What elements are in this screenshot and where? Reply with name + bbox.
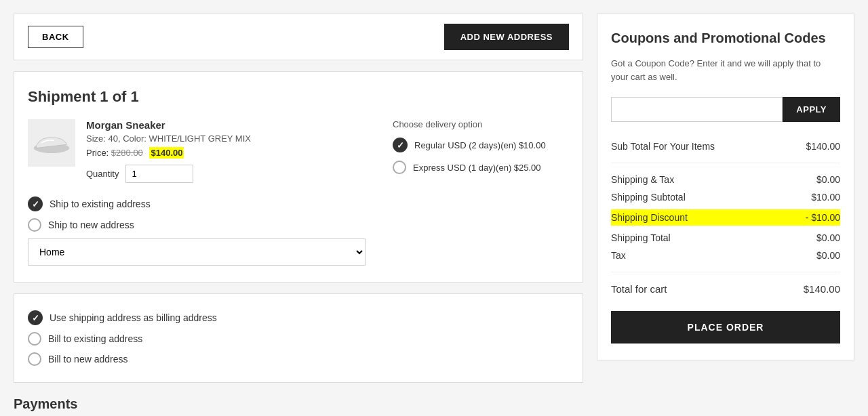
right-column: Coupons and Promotional Codes Got a Coup… (597, 14, 854, 412)
shipment-inner: Morgan Sneaker Size: 40, Color: WHITE/LI… (28, 119, 569, 266)
shipping-tax-value: $0.00 (816, 174, 840, 185)
shipping-discount-value: - $10.00 (806, 212, 840, 223)
product-meta: Size: 40, Color: WHITE/LIGHT GREY MIX (86, 133, 366, 144)
billing-options: Use shipping address as billing address … (28, 310, 569, 366)
product-image (28, 119, 75, 167)
shipping-subtotal-label: Shipping Subtotal (611, 192, 686, 203)
divider-1 (611, 163, 840, 163)
quantity-input[interactable] (125, 165, 193, 183)
billing-existing[interactable]: Bill to existing address (28, 332, 569, 346)
shipping-subtotal-value: $10.00 (811, 192, 840, 203)
delivery-express-radio[interactable] (393, 161, 406, 174)
shipping-address-options: Ship to existing address Ship to new add… (28, 196, 366, 232)
billing-new[interactable]: Bill to new address (28, 352, 569, 366)
product-row: Morgan Sneaker Size: 40, Color: WHITE/LI… (28, 119, 366, 183)
shipment-left: Morgan Sneaker Size: 40, Color: WHITE/LI… (28, 119, 366, 266)
coupon-input[interactable] (611, 97, 783, 122)
subtotal-value: $140.00 (806, 141, 840, 152)
billing-existing-radio[interactable] (28, 332, 41, 346)
quantity-label: Quantity (86, 169, 119, 179)
delivery-express-label: Express USD (1 day)(en) $25.00 (413, 163, 541, 173)
delivery-regular-radio[interactable] (393, 138, 408, 152)
price-original: $280.00 (111, 148, 143, 158)
subtotal-label: Sub Total For Your Items (611, 141, 715, 152)
price-label: Price: (86, 148, 108, 158)
summary-section: Sub Total For Your Items $140.00 Shippin… (611, 141, 840, 295)
billing-use-shipping-label: Use shipping address as billing address (50, 312, 217, 323)
ship-existing-option[interactable]: Ship to existing address (28, 196, 366, 211)
product-info: Morgan Sneaker Size: 40, Color: WHITE/LI… (86, 119, 366, 183)
shipping-discount-row: Shipping Discount - $10.00 (611, 209, 840, 226)
ship-existing-radio[interactable] (28, 196, 43, 211)
shipment-card: Shipment 1 of 1 Morgan (14, 71, 583, 283)
tax-label: Tax (611, 250, 626, 261)
billing-new-label: Bill to new address (48, 354, 128, 365)
delivery-title: Choose delivery option (393, 119, 569, 129)
back-button[interactable]: BACK (28, 26, 83, 48)
add-address-button[interactable]: ADD NEW ADDRESS (444, 24, 569, 50)
shipping-tax-row: Shipping & Tax $0.00 (611, 174, 840, 185)
ship-new-radio[interactable] (28, 218, 41, 232)
coupon-panel: Coupons and Promotional Codes Got a Coup… (597, 14, 854, 360)
delivery-section: Choose delivery option Regular USD (2 da… (393, 119, 569, 266)
place-order-button[interactable]: PLACE ORDER (611, 311, 840, 344)
coupon-input-row: APPLY (611, 97, 840, 122)
top-bar: BACK ADD NEW ADDRESS (14, 14, 583, 60)
product-name: Morgan Sneaker (86, 119, 366, 131)
billing-card: Use shipping address as billing address … (14, 293, 583, 383)
ship-new-option[interactable]: Ship to new address (28, 218, 366, 232)
total-label: Total for cart (611, 283, 667, 295)
ship-existing-label: Ship to existing address (50, 199, 151, 209)
total-value: $140.00 (804, 283, 840, 295)
billing-new-radio[interactable] (28, 352, 41, 366)
delivery-regular[interactable]: Regular USD (2 days)(en) $10.00 (393, 138, 569, 152)
tax-value: $0.00 (816, 250, 840, 261)
delivery-regular-label: Regular USD (2 days)(en) $10.00 (414, 140, 546, 150)
tax-row: Tax $0.00 (611, 250, 840, 261)
ship-new-label: Ship to new address (48, 220, 134, 230)
billing-use-shipping-radio[interactable] (28, 310, 43, 325)
price-sale: $140.00 (149, 147, 184, 159)
total-row: Total for cart $140.00 (611, 283, 840, 295)
shipping-total-value: $0.00 (816, 232, 840, 243)
quantity-row: Quantity (86, 165, 366, 183)
subtotal-row: Sub Total For Your Items $140.00 (611, 141, 840, 152)
payments-title: Payments (14, 396, 583, 412)
product-price: Price: $280.00 $140.00 (86, 148, 366, 158)
divider-2 (611, 272, 840, 272)
billing-use-shipping[interactable]: Use shipping address as billing address (28, 310, 569, 325)
coupon-description: Got a Coupon Code? Enter it and we will … (611, 57, 840, 83)
coupon-title: Coupons and Promotional Codes (611, 30, 840, 46)
apply-coupon-button[interactable]: APPLY (783, 97, 840, 122)
billing-existing-label: Bill to existing address (48, 333, 142, 344)
left-column: BACK ADD NEW ADDRESS Shipment 1 of 1 (14, 14, 583, 412)
shipping-discount-label: Shipping Discount (611, 212, 688, 223)
delivery-express[interactable]: Express USD (1 day)(en) $25.00 (393, 161, 569, 174)
address-dropdown[interactable]: Home Work Other (28, 238, 366, 266)
shipping-subtotal-row: Shipping Subtotal $10.00 (611, 192, 840, 203)
shipment-title: Shipment 1 of 1 (28, 88, 569, 106)
shipping-tax-label: Shipping & Tax (611, 174, 674, 185)
shipping-total-row: Shipping Total $0.00 (611, 232, 840, 243)
shipping-total-label: Shipping Total (611, 232, 671, 243)
